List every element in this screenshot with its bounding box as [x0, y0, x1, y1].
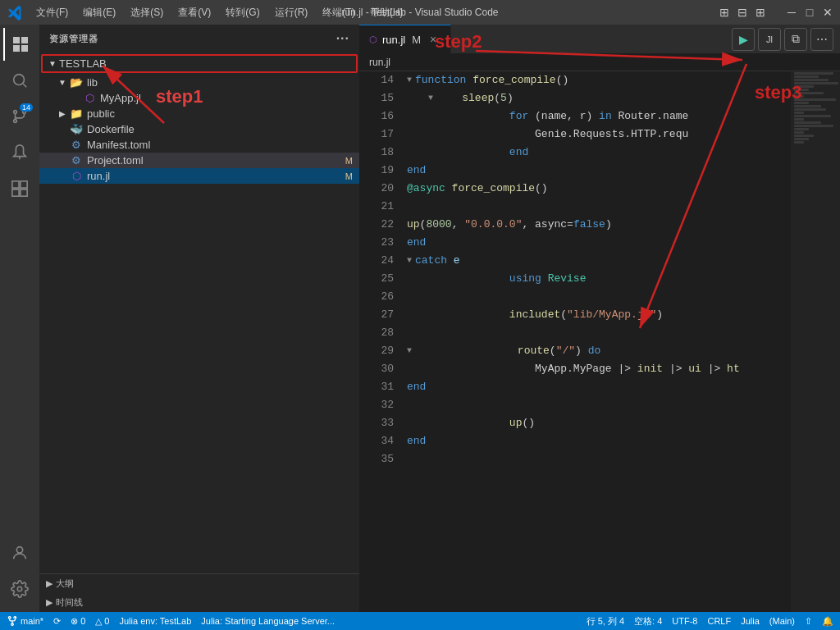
run-button[interactable]: ▶ [732, 28, 755, 51]
code-line-25[interactable]: using Revise [407, 270, 784, 288]
more-actions-btn[interactable]: ⋯ [810, 28, 833, 51]
sidebar-bottom: ▶ 大纲 ▶ 时间线 [39, 573, 359, 612]
code-line-22[interactable]: up(8000, "0.0.0.0", async=false) [407, 216, 784, 234]
window-controls: ⊞ ⊟ ⊞ ─ □ ✕ [719, 7, 833, 18]
code-line-35[interactable] [407, 450, 784, 468]
activity-debug[interactable] [3, 136, 36, 169]
activity-explorer[interactable] [3, 28, 36, 61]
timeline-label: 时间线 [56, 596, 83, 609]
linenum-22: 22 [366, 216, 394, 234]
line-numbers: 14 15 16 17 18 19 20 21 22 23 24 25 26 2… [359, 71, 400, 612]
code-line-34[interactable]: end [407, 432, 784, 450]
linenum-32: 32 [366, 396, 394, 414]
svg-rect-10 [21, 189, 27, 196]
tab-modified-indicator: M [412, 34, 421, 46]
svg-point-4 [14, 120, 17, 123]
julia-repl-btn[interactable]: Jl [758, 28, 781, 51]
status-notifications[interactable]: 🔔 [822, 616, 833, 627]
status-branch-label[interactable]: (Main) [769, 616, 795, 626]
tree-item-public[interactable]: ▶ 📁 public [39, 106, 359, 121]
menu-run[interactable]: 运行(R) [268, 4, 315, 21]
status-julia-env[interactable]: Julia env: TestLab [120, 616, 192, 626]
editor-tab-runjl[interactable]: ⬡ run.jl M × [359, 25, 451, 53]
code-line-18[interactable]: end [407, 144, 784, 162]
linenum-14: 14 [366, 71, 394, 89]
tree-item-manifest[interactable]: ▶ ⚙ Manifest.toml [39, 137, 359, 153]
vscode-logo [7, 4, 23, 21]
status-branch[interactable]: main* [7, 615, 43, 627]
window-close[interactable]: ✕ [822, 7, 833, 18]
activity-bottom [3, 536, 36, 612]
code-line-27[interactable]: includet("lib/MyApp.jl") [407, 306, 784, 324]
linenum-18: 18 [366, 144, 394, 162]
linenum-21: 21 [366, 198, 394, 216]
tree-root-testlab[interactable]: ▼ TESTLAB [41, 54, 358, 73]
window-split-btn[interactable]: ⊟ [737, 7, 748, 18]
tab-julia-icon: ⬡ [369, 34, 377, 45]
status-sync[interactable]: ⟳ [53, 616, 61, 627]
status-row-col[interactable]: 行 5, 列 4 [587, 615, 624, 628]
status-warnings[interactable]: △ 0 [95, 616, 109, 627]
status-encoding[interactable]: UTF-8 [672, 616, 697, 626]
activity-account[interactable] [3, 536, 36, 569]
code-line-21[interactable] [407, 198, 784, 216]
tree-item-project[interactable]: ▶ ⚙ Project.toml M [39, 153, 359, 168]
tree-label-lib: lib [87, 76, 359, 89]
sidebar-timeline[interactable]: ▶ 时间线 [39, 593, 359, 612]
code-line-14[interactable]: ▼ function force_compile() [407, 71, 784, 89]
titlebar: 文件(F) 编辑(E) 选择(S) 查看(V) 转到(G) 运行(R) 终端(T… [0, 0, 840, 25]
menu-edit[interactable]: 编辑(E) [76, 4, 122, 21]
line-ending-text: CRLF [707, 616, 731, 626]
code-line-31[interactable]: end [407, 378, 784, 396]
toml-icon: ⚙ [69, 139, 84, 151]
code-line-30[interactable]: MyApp.MyPage |> init |> ui |> ht [407, 360, 784, 378]
status-spaces[interactable]: 空格: 4 [634, 615, 662, 628]
status-bar-right: 行 5, 列 4 空格: 4 UTF-8 CRLF Julia (Main) ⇧… [587, 615, 833, 628]
linenum-23: 23 [366, 234, 394, 252]
linenum-16: 16 [366, 107, 394, 126]
tree-item-myapp[interactable]: ▶ ⬡ MyApp.jl [39, 90, 359, 106]
code-line-23[interactable]: end [407, 234, 784, 252]
activity-extensions[interactable] [3, 172, 36, 205]
menu-goto[interactable]: 转到(G) [219, 4, 266, 21]
status-upload[interactable]: ⇧ [805, 616, 812, 627]
editor-content[interactable]: 14 15 16 17 18 19 20 21 22 23 24 25 26 2… [359, 71, 840, 612]
menu-select[interactable]: 选择(S) [124, 4, 170, 21]
tree-arrow-lib: ▼ [56, 78, 69, 87]
status-errors[interactable]: ⊗ 0 [71, 616, 85, 627]
window-maximize[interactable]: □ [804, 7, 815, 18]
code-line-33[interactable]: up() [407, 414, 784, 432]
status-bar: main* ⟳ ⊗ 0 △ 0 Julia env: TestLab Julia… [0, 612, 840, 630]
linenum-25: 25 [366, 270, 394, 288]
code-line-20[interactable]: @async force_compile() [407, 180, 784, 198]
status-language[interactable]: Julia [741, 616, 760, 626]
linenum-19: 19 [366, 162, 394, 180]
activity-bar: 14 [0, 25, 39, 612]
row-col-text: 行 5, 列 4 [587, 615, 624, 628]
tree-item-lib[interactable]: ▼ 📂 lib [39, 75, 359, 90]
tree-item-dockerfile[interactable]: ▶ 🐳 Dockerfile [39, 121, 359, 137]
linenum-15: 15 [366, 89, 394, 107]
menu-file[interactable]: 文件(F) [30, 4, 75, 21]
activity-search[interactable] [3, 64, 36, 97]
menu-view[interactable]: 查看(V) [171, 4, 217, 21]
window-layout-btn[interactable]: ⊞ [719, 7, 730, 18]
tab-close-runjl[interactable]: × [426, 32, 441, 47]
tree-label-dockerfile: Dockerfile [87, 123, 359, 135]
window-grid-btn[interactable]: ⊞ [755, 7, 766, 18]
sidebar-outline[interactable]: ▶ 大纲 [39, 574, 359, 593]
folder-open-icon: 📂 [69, 76, 84, 89]
linenum-33: 33 [366, 414, 394, 432]
linenum-31: 31 [366, 378, 394, 396]
status-line-ending[interactable]: CRLF [707, 616, 731, 626]
spaces-text: 空格: 4 [634, 615, 662, 628]
sidebar-title: 资源管理器 [49, 33, 98, 45]
code-editor[interactable]: ▼ function force_compile() ▼ sleep(5) fo… [400, 71, 791, 612]
activity-git[interactable]: 14 [3, 100, 36, 133]
activity-settings[interactable] [3, 573, 36, 605]
tree-item-runjl[interactable]: ▶ ⬡ run.jl M [39, 168, 359, 184]
code-line-19[interactable]: end [407, 162, 784, 180]
sidebar-more-btn[interactable]: ··· [336, 31, 349, 46]
split-editor-btn[interactable]: ⧉ [784, 28, 807, 51]
window-minimize[interactable]: ─ [786, 7, 797, 18]
